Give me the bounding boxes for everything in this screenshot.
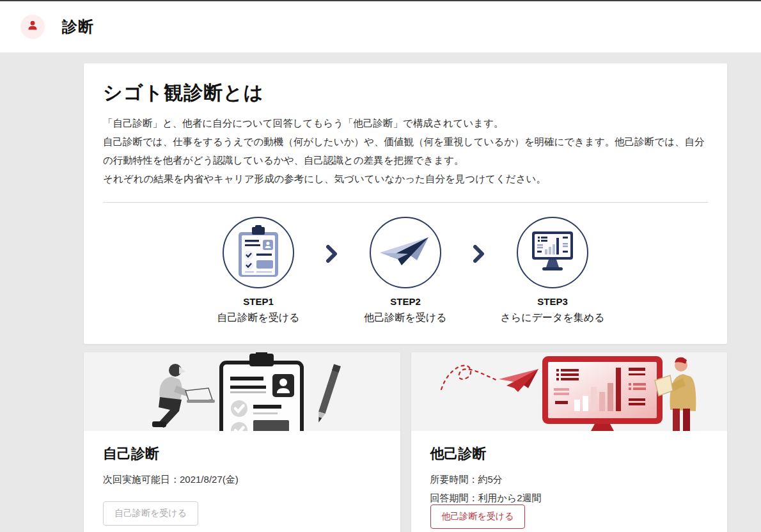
- step-2-name: STEP2: [343, 296, 468, 307]
- intro-title: シゴト観診断とは: [103, 80, 708, 106]
- clipboard-illustration: [221, 352, 302, 431]
- paper-plane-icon: [379, 232, 432, 273]
- other-diagnosis-title: 他己診断: [430, 444, 487, 464]
- page-title: 診断: [62, 17, 94, 37]
- take-self-diagnosis-button[interactable]: 自己診断を受ける: [103, 501, 198, 526]
- answer-period: 回答期間：利用から2週間: [430, 492, 542, 505]
- diagnosis-cards-row: 自己診断 次回実施可能日：2021/8/27(金) 自己診断を受ける: [84, 352, 727, 532]
- main-content: シゴト観診断とは 「自己診断」と、他者に自分について回答してもらう「他己診断」で…: [84, 63, 727, 532]
- other-diagnosis-illustration: [411, 352, 728, 431]
- other-diagnosis-meta: 所要時間：約5分 回答期間：利用から2週間: [430, 467, 542, 505]
- step-3-circle: [517, 217, 588, 288]
- intro-paragraph: それぞれの結果を内省やキャリア形成の参考にし、気づいていなかった自分を見つけてく…: [103, 169, 708, 188]
- person-with-laptop-illustration: [152, 364, 215, 428]
- self-diagnosis-illustration: [84, 352, 400, 431]
- monitor-chart-icon: [527, 228, 578, 278]
- self-diagnosis-button-row: 自己診断を受ける: [103, 501, 198, 526]
- other-diagnosis-body: 他己診断 所要時間：約5分 回答期間：利用から2週間 他己診断を受ける: [411, 431, 728, 532]
- next-available-date: 次回実施可能日：2021/8/27(金): [103, 474, 239, 486]
- step-1-circle: [223, 217, 294, 288]
- intro-paragraph: 自己診断では、仕事をするうえでの動機（何がしたいか）や、価値観（何を重視している…: [103, 132, 708, 169]
- other-diagnosis-button-row: 他己診断を受ける: [430, 505, 526, 529]
- dashed-trail-illustration: [441, 366, 498, 389]
- intro-paragraph: 「自己診断」と、他者に自分について回答してもらう「他己診断」で構成されています。: [103, 114, 708, 132]
- step-2-circle: [370, 217, 441, 288]
- step-3: STEP3 さらにデータを集める: [490, 217, 615, 325]
- self-diagnosis-card: 自己診断 次回実施可能日：2021/8/27(金) 自己診断を受ける: [84, 352, 400, 532]
- step-1-name: STEP1: [196, 296, 321, 307]
- page-header: 診断: [0, 1, 761, 52]
- step-1-label: 自己診断を受ける: [196, 311, 321, 325]
- step-2-label: 他己診断を受ける: [343, 311, 468, 325]
- self-diagnosis-meta: 次回実施可能日：2021/8/27(金): [103, 467, 239, 486]
- step-2: STEP2 他己診断を受ける: [343, 217, 468, 325]
- step-1: STEP1 自己診断を受ける: [196, 217, 321, 325]
- intro-description: 「自己診断」と、他者に自分について回答してもらう「他己診断」で構成されています。…: [103, 114, 708, 188]
- clipboard-icon: [233, 224, 283, 281]
- step-3-label: さらにデータを集める: [490, 311, 615, 325]
- intro-card: シゴト観診断とは 「自己診断」と、他者に自分について回答してもらう「他己診断」で…: [84, 63, 727, 344]
- required-time: 所要時間：約5分: [430, 474, 542, 486]
- intro-divider: [103, 202, 708, 203]
- pencil-illustration: [315, 364, 341, 424]
- steps-row: STEP1 自己診断を受ける: [103, 217, 708, 325]
- self-diagnosis-body: 自己診断 次回実施可能日：2021/8/27(金) 自己診断を受ける: [84, 431, 400, 532]
- red-paper-plane-illustration: [499, 369, 538, 392]
- diagnosis-avatar-badge: [20, 15, 45, 39]
- person-icon: [26, 19, 39, 35]
- take-other-diagnosis-button[interactable]: 他己診断を受ける: [430, 505, 526, 529]
- step-3-name: STEP3: [490, 296, 615, 307]
- chevron-right-icon: [468, 245, 490, 263]
- self-diagnosis-title: 自己診断: [103, 444, 159, 464]
- chevron-right-icon: [321, 245, 343, 263]
- other-diagnosis-card: 他己診断 所要時間：約5分 回答期間：利用から2週間 他己診断を受ける: [411, 352, 728, 532]
- red-monitor-chart-illustration: [542, 356, 663, 431]
